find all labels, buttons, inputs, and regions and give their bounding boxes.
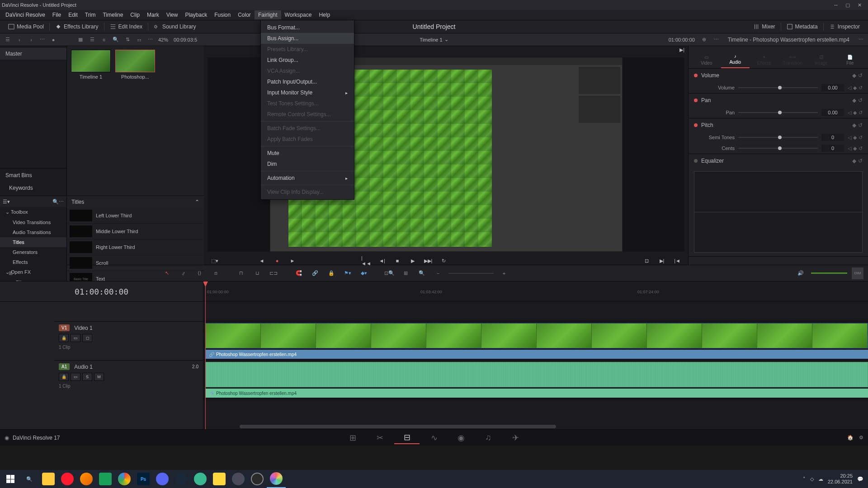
section-header[interactable]: Pan◆↺: [689, 94, 868, 107]
resolve-taskbar-icon[interactable]: [267, 470, 286, 488]
explorer-icon[interactable]: [39, 470, 58, 488]
resolve-logo-icon[interactable]: ◉: [5, 435, 9, 441]
menu-file[interactable]: File: [49, 10, 65, 19]
inspector-tab-audio[interactable]: ♪Audio: [721, 51, 750, 68]
prev-marker-icon[interactable]: |◄: [672, 255, 683, 266]
viewer-opts-icon[interactable]: ⊕: [699, 35, 709, 45]
menu-item[interactable]: Bus Format...: [261, 22, 354, 33]
volume-slider[interactable]: [811, 272, 847, 274]
tray-expand-icon[interactable]: ˄: [803, 476, 806, 482]
fx-tree-item[interactable]: ⌄ Toolbox: [0, 207, 66, 217]
inspector-tab-video[interactable]: ▭Video: [692, 52, 721, 68]
track-badge-v1[interactable]: V1: [59, 324, 70, 331]
title-preset[interactable]: Middle Lower Third: [67, 224, 204, 239]
menu-item[interactable]: Bus Assign...: [261, 33, 354, 44]
maximize-icon[interactable]: ▢: [844, 2, 851, 8]
video-track[interactable]: 🔗Photoshop Wassertropfen erstellen.mp4: [203, 321, 868, 360]
menu-view[interactable]: View: [163, 10, 182, 19]
keyframe-prev-icon[interactable]: ◁: [848, 110, 851, 116]
record-icon[interactable]: ●: [48, 35, 58, 45]
track-view-icon[interactable]: ▭: [71, 373, 80, 381]
steam-icon[interactable]: [172, 470, 191, 488]
keyframe-icon[interactable]: ◆: [852, 122, 856, 128]
firefox-icon[interactable]: [77, 470, 96, 488]
track-badge-a1[interactable]: A1: [59, 363, 70, 370]
bin-master[interactable]: Master: [0, 48, 66, 60]
lock-icon[interactable]: 🔒: [326, 267, 337, 279]
inspector-toggle[interactable]: Inspector: [825, 22, 864, 32]
section-header[interactable]: Volume◆↺: [689, 69, 868, 82]
fx-tree-item[interactable]: Titles: [0, 237, 66, 247]
replace-icon[interactable]: ⊏⊐: [268, 267, 279, 279]
section-header[interactable]: Pitch◆↺: [689, 118, 868, 132]
zoom-percent[interactable]: 42%: [156, 37, 170, 42]
menu-fusion[interactable]: Fusion: [211, 10, 234, 19]
mute-button[interactable]: M: [94, 373, 104, 381]
strip-view-icon[interactable]: ☰: [87, 35, 97, 45]
menu-item[interactable]: Input Monitor Style▸: [261, 87, 354, 98]
home-icon[interactable]: 🏠: [847, 435, 854, 441]
tl-opts-icon[interactable]: ⊞: [400, 267, 411, 279]
mixer-toggle[interactable]: Mixer: [749, 22, 779, 32]
menu-item[interactable]: Automation▸: [261, 173, 354, 183]
keyframe-icon[interactable]: ◆: [852, 97, 856, 103]
smart-bin-keywords[interactable]: Keywords: [0, 182, 66, 194]
page-deliver[interactable]: ✈: [503, 432, 528, 444]
solo-button[interactable]: S: [82, 373, 92, 381]
keyframe-next-icon[interactable]: ↺: [859, 135, 863, 141]
metadata-toggle[interactable]: Metadata: [782, 22, 822, 32]
keyframe-icon[interactable]: ◆: [852, 158, 856, 164]
media-pool-toggle[interactable]: Media Pool: [4, 22, 48, 32]
keyframe-icon[interactable]: ◆: [853, 110, 857, 116]
search-icon[interactable]: 🔍: [111, 35, 121, 45]
keyframe-prev-icon[interactable]: ◁: [848, 135, 851, 141]
track-disable-icon[interactable]: ◻: [82, 334, 92, 342]
chevron-down-icon[interactable]: ⌄: [444, 37, 448, 42]
playhead[interactable]: [205, 282, 206, 429]
menu-timeline[interactable]: Timeline: [99, 10, 127, 19]
smart-bins-header[interactable]: Smart Bins: [0, 169, 66, 182]
media-thumb[interactable]: Photoshop...: [115, 50, 156, 80]
menu-clip[interactable]: Clip: [127, 10, 143, 19]
edit-index-toggle[interactable]: Edit Index: [105, 22, 147, 32]
next-marker-icon[interactable]: ▶|: [656, 255, 667, 266]
zoom-out-icon[interactable]: −: [432, 267, 444, 279]
tray-cloud-icon[interactable]: ☁: [818, 476, 823, 482]
tl-view-opts-icon[interactable]: ⊞: [5, 267, 16, 279]
value-field[interactable]: 0: [821, 145, 844, 152]
app2-icon[interactable]: [191, 470, 210, 488]
filter-icon[interactable]: ⚏: [134, 35, 144, 45]
menu-trim[interactable]: Trim: [81, 10, 99, 19]
bin-view-icon[interactable]: ☰: [3, 35, 13, 45]
zoom-tool-icon[interactable]: 🔍: [416, 267, 428, 279]
track-view-icon[interactable]: ▭: [71, 334, 80, 342]
project-settings-icon[interactable]: ⚙: [859, 435, 863, 441]
sound-library-toggle[interactable]: Sound Library: [149, 22, 201, 32]
keyframe-icon[interactable]: ◆: [853, 145, 857, 151]
timeline-timecode[interactable]: 01:00:00:00: [0, 282, 203, 301]
timeline-scrollbar[interactable]: [203, 424, 868, 429]
find-icon[interactable]: ⊡🔍: [383, 267, 395, 279]
fx-tree-menu-icon[interactable]: ☰▾: [3, 199, 10, 205]
keyframe-icon[interactable]: ◆: [853, 135, 857, 141]
flag-icon[interactable]: ⚑▾: [342, 267, 354, 279]
list-view-icon[interactable]: ≡: [99, 35, 109, 45]
reset-icon[interactable]: ↺: [858, 72, 863, 79]
menu-mark[interactable]: Mark: [143, 10, 163, 19]
menu-davinci-resolve[interactable]: DaVinci Resolve: [2, 10, 49, 19]
app4-icon[interactable]: [248, 470, 267, 488]
page-cut[interactable]: ✂: [367, 432, 392, 444]
menu-edit[interactable]: Edit: [65, 10, 81, 19]
video-clip[interactable]: [205, 323, 868, 348]
equalizer-graph[interactable]: [694, 171, 863, 253]
go-first-icon[interactable]: |◄◄: [361, 255, 372, 266]
audio-track-header[interactable]: A1 Audio 1 2.0 🔒 ▭ S M 1 Clip: [54, 360, 203, 399]
collapse-icon[interactable]: ⌃: [195, 199, 199, 205]
menu-playback[interactable]: Playback: [181, 10, 211, 19]
close-icon[interactable]: ✕: [856, 2, 863, 8]
menu-item[interactable]: Mute: [261, 148, 354, 159]
audio-track[interactable]: 🔗Photoshop Wassertropfen erstellen.mp4: [203, 360, 868, 399]
opera-icon[interactable]: [58, 470, 77, 488]
prev-edit-icon[interactable]: ◄: [256, 255, 267, 266]
system-clock[interactable]: 20:25 22.06.2021: [828, 473, 853, 485]
